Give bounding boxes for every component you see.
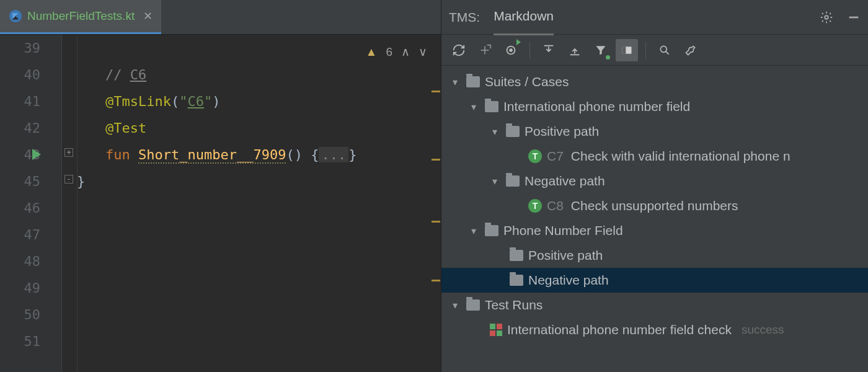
- test-run-icon: [490, 324, 502, 336]
- tree-root-suites[interactable]: ▾ Suites / Cases: [441, 69, 868, 94]
- folder-icon: [485, 225, 498, 236]
- run-status: success: [742, 323, 784, 337]
- gutter-line: 43: [0, 141, 40, 168]
- add-icon[interactable]: [474, 39, 496, 61]
- chevron-down-icon[interactable]: ▾: [467, 101, 480, 113]
- gutter-line: 42: [0, 115, 40, 141]
- gutter-line: 46: [0, 195, 40, 221]
- folder-icon: [506, 175, 520, 187]
- chevron-down-icon[interactable]: ▾: [467, 225, 480, 237]
- gutter-line: 47: [0, 221, 40, 248]
- code-area[interactable]: ▲ 6 ∧ ∨ // C6 @TmsLink("C6") @Test fun S…: [77, 35, 441, 372]
- tree-section[interactable]: Positive path: [441, 243, 868, 268]
- folder-icon: [466, 76, 480, 87]
- tms-header-tab[interactable]: Markdown: [494, 9, 554, 35]
- fold-toggle-icon[interactable]: +: [64, 148, 73, 157]
- tms-toolbar: [441, 35, 868, 66]
- gutter-line: 45: [0, 168, 40, 195]
- tree-section-selected[interactable]: Negative path: [441, 268, 868, 293]
- close-icon[interactable]: ✕: [143, 9, 153, 23]
- gear-icon[interactable]: [820, 11, 833, 24]
- folder-icon: [466, 299, 480, 311]
- tree-case[interactable]: ▾ T C7 Check with valid international ph…: [441, 144, 868, 169]
- testcase-badge-icon: T: [528, 149, 542, 163]
- folder-icon: [485, 101, 498, 112]
- folder-icon: [510, 275, 523, 286]
- tms-tree: ▾ Suites / Cases ▾ International phone n…: [441, 66, 868, 372]
- testcase-badge-icon: T: [528, 199, 542, 213]
- collapse-all-icon[interactable]: [564, 39, 586, 61]
- editor-gutter: 39 40 41 42 43 45 46 47 48 49 50 51: [0, 35, 62, 372]
- gutter-line: 51: [0, 328, 40, 355]
- editor-pane: NumberFieldTests.kt ✕ 39 40 41 42 43 45 …: [0, 0, 441, 372]
- run-test-icon[interactable]: [32, 149, 41, 160]
- chevron-down-icon[interactable]: ▾: [489, 175, 501, 187]
- kotlin-file-icon: [9, 9, 22, 23]
- tree-run[interactable]: International phone number field check s…: [441, 317, 868, 342]
- editor-error-stripe[interactable]: [430, 35, 441, 372]
- editor-tab-filename: NumberFieldTests.kt: [27, 9, 135, 23]
- refresh-icon[interactable]: [448, 39, 470, 61]
- tms-panel: TMS: Markdown: [441, 0, 868, 372]
- gutter-line: 48: [0, 248, 40, 275]
- tms-header-label: TMS:: [449, 10, 480, 25]
- svg-line-14: [666, 51, 669, 55]
- filter-icon[interactable]: [590, 39, 612, 61]
- search-icon[interactable]: [653, 39, 676, 61]
- tree-section[interactable]: ▾ Negative path: [441, 169, 868, 193]
- prev-highlight-icon[interactable]: ∧: [401, 38, 410, 65]
- folder-icon: [510, 250, 523, 261]
- gutter-line: 39: [0, 35, 40, 61]
- minimize-icon[interactable]: [847, 11, 861, 24]
- svg-point-6: [510, 49, 512, 51]
- gutter-line: 49: [0, 275, 40, 301]
- inspection-widget[interactable]: ▲ 6 ∧ ∨: [366, 38, 427, 65]
- chevron-down-icon[interactable]: ▾: [449, 299, 461, 311]
- layout-toggle-icon[interactable]: [616, 39, 638, 61]
- editor-tab[interactable]: NumberFieldTests.kt ✕: [0, 0, 161, 34]
- wrench-icon[interactable]: [680, 39, 702, 61]
- fold-end-icon[interactable]: -: [64, 175, 73, 184]
- expand-all-icon[interactable]: [538, 39, 560, 61]
- tree-root-runs[interactable]: ▾ Test Runs: [441, 293, 868, 317]
- tree-suite[interactable]: ▾ Phone Number Field: [441, 218, 868, 243]
- gutter-line: 50: [0, 301, 40, 328]
- gutter-line: 40: [0, 61, 40, 88]
- tree-case[interactable]: ▾ T C8 Check unsupported numbers: [441, 193, 868, 218]
- tms-header: TMS: Markdown: [441, 0, 868, 35]
- warning-icon: ▲: [366, 38, 378, 65]
- svg-point-1: [825, 16, 828, 19]
- next-highlight-icon[interactable]: ∨: [418, 38, 427, 65]
- editor-body[interactable]: 39 40 41 42 43 45 46 47 48 49 50 51 + -: [0, 35, 441, 372]
- svg-point-13: [660, 46, 666, 52]
- gutter-line: 41: [0, 88, 40, 115]
- fold-column: + -: [62, 35, 77, 372]
- folder-icon: [506, 126, 520, 137]
- chevron-down-icon[interactable]: ▾: [489, 126, 501, 138]
- tree-suite[interactable]: ▾ International phone number field: [441, 94, 868, 119]
- coverage-icon[interactable]: [500, 39, 522, 61]
- warning-count: 6: [386, 38, 392, 65]
- editor-tab-bar: NumberFieldTests.kt ✕: [0, 0, 441, 35]
- svg-rect-12: [622, 46, 626, 54]
- chevron-down-icon[interactable]: ▾: [449, 76, 461, 88]
- tree-section[interactable]: ▾ Positive path: [441, 119, 868, 144]
